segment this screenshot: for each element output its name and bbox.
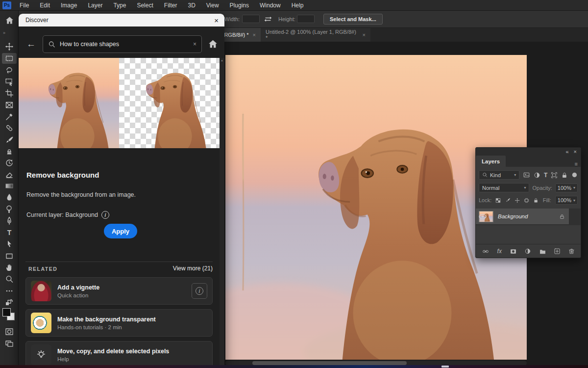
add-layer-mask-icon[interactable] — [510, 248, 517, 255]
gradient-tool[interactable] — [2, 181, 17, 191]
healing-brush-tool[interactable] — [2, 123, 17, 133]
screen-mode-button[interactable] — [2, 338, 17, 349]
frame-tool[interactable] — [2, 100, 17, 110]
menu-plugins[interactable]: Plugins — [224, 0, 254, 11]
layer-effects-icon[interactable]: fx — [497, 248, 502, 255]
pen-tool[interactable] — [2, 215, 17, 226]
opacity-value[interactable]: 100% ▾ — [555, 184, 578, 192]
eraser-tool[interactable] — [2, 169, 17, 180]
collapse-panel-icon[interactable]: « — [565, 149, 568, 155]
layers-tab[interactable]: Layers — [476, 156, 506, 167]
discover-search-box[interactable]: × — [43, 35, 202, 53]
menu-type[interactable]: Type — [108, 0, 131, 11]
history-brush-tool[interactable] — [2, 158, 17, 168]
foreground-background-color-swatches[interactable] — [2, 308, 16, 322]
fill-value[interactable]: 100% ▾ — [555, 196, 578, 205]
layer-visibility-eye-icon[interactable] — [479, 214, 487, 219]
layer-row-background[interactable]: Background — [476, 209, 569, 224]
related-card-move-copy-delete[interactable]: Move, copy, and delete selected pixels H… — [25, 341, 213, 368]
lock-image-pixels-icon[interactable] — [505, 197, 511, 204]
link-layers-icon[interactable] — [482, 248, 490, 255]
select-and-mask-button[interactable]: Select and Mask... — [323, 14, 383, 25]
related-card-vignette[interactable]: Add a vignette Quick action i — [25, 277, 213, 305]
back-arrow-icon[interactable]: ← — [26, 39, 36, 50]
home-screen-button[interactable] — [3, 15, 15, 26]
type-tool[interactable]: T — [2, 227, 17, 238]
horizontal-scrollbar-thumb[interactable] — [252, 361, 407, 365]
default-swap-colors-icon[interactable] — [2, 297, 17, 308]
menu-help[interactable]: Help — [286, 0, 309, 11]
move-tool[interactable] — [2, 41, 17, 52]
menu-bar: Ps File Edit Image Layer Type Select Fil… — [0, 0, 588, 11]
lasso-tool[interactable] — [2, 65, 17, 76]
blur-tool[interactable] — [2, 192, 17, 203]
panel-menu-icon[interactable]: ≡ — [575, 161, 578, 167]
lightbulb-icon — [36, 349, 47, 360]
delete-layer-icon[interactable] — [568, 248, 575, 255]
menu-view[interactable]: View — [201, 0, 224, 11]
filter-pixel-layers-icon[interactable] — [523, 172, 530, 179]
filter-smart-objects-icon[interactable] — [561, 172, 568, 179]
zoom-tool[interactable] — [2, 274, 17, 285]
close-tab-icon[interactable]: × — [363, 32, 366, 38]
lock-transparent-pixels-icon[interactable] — [495, 197, 501, 204]
lock-artboard-icon[interactable] — [524, 197, 529, 204]
eyedropper-tool[interactable] — [2, 111, 17, 122]
crop-tool[interactable] — [2, 88, 17, 99]
card-info-button[interactable]: i — [192, 283, 207, 299]
width-label: Width: — [224, 16, 240, 22]
menu-filter[interactable]: Filter — [159, 0, 183, 11]
menu-select[interactable]: Select — [131, 0, 158, 11]
info-icon[interactable]: i — [101, 211, 109, 219]
clear-search-icon[interactable]: × — [193, 41, 196, 48]
lock-position-icon[interactable] — [514, 197, 520, 204]
new-layer-icon[interactable] — [554, 248, 561, 255]
discover-search-input[interactable] — [60, 41, 193, 48]
filter-shape-layers-icon[interactable] — [551, 172, 558, 179]
blend-mode-dropdown[interactable]: Normal ▾ — [479, 183, 529, 192]
new-group-icon[interactable] — [539, 248, 546, 255]
rectangle-shape-tool[interactable] — [2, 251, 17, 262]
menu-image[interactable]: Image — [55, 0, 82, 11]
card-subtitle: Quick action — [57, 292, 99, 298]
menu-edit[interactable]: Edit — [34, 0, 55, 11]
view-more-link[interactable]: View more (21) — [173, 265, 213, 272]
layers-panel: « × Layers ≡ Kind ▾ T Normal ▾ Opa — [475, 147, 581, 258]
discover-home-icon[interactable] — [208, 39, 218, 49]
layer-name[interactable]: Background — [498, 213, 528, 219]
document-tab-inactive[interactable]: Untitled-2 @ 100% (Layer 1, RGB/8#) * × — [261, 28, 370, 42]
path-selection-tool[interactable] — [2, 239, 17, 250]
rectangular-marquee-tool[interactable] — [2, 53, 17, 64]
quick-mask-mode-button[interactable] — [2, 326, 17, 337]
menu-layer[interactable]: Layer — [82, 0, 108, 11]
object-selection-tool[interactable] — [2, 77, 17, 87]
lock-all-icon[interactable] — [533, 197, 539, 204]
discover-scrollbar[interactable]: ▴ — [220, 58, 224, 368]
close-icon[interactable]: × — [214, 16, 219, 25]
brush-tool[interactable] — [2, 134, 17, 145]
new-adjustment-layer-icon[interactable] — [524, 248, 531, 255]
swap-dimensions-icon[interactable] — [264, 15, 272, 24]
menu-file[interactable]: File — [14, 0, 34, 11]
scroll-up-icon[interactable]: ▴ — [221, 58, 223, 368]
hand-tool[interactable] — [2, 262, 17, 273]
close-panel-icon[interactable]: × — [574, 149, 577, 155]
related-card-transparent-background[interactable]: Make the background transparent Hands-on… — [25, 309, 213, 337]
close-tab-icon[interactable]: × — [253, 32, 256, 38]
toolbar-collapse-chevrons[interactable]: » — [3, 30, 5, 35]
filter-adjustment-layers-icon[interactable] — [534, 172, 540, 179]
dodge-tool[interactable] — [2, 204, 17, 214]
clone-stamp-tool[interactable] — [2, 146, 17, 157]
layer-filter-toggle[interactable] — [571, 172, 578, 178]
discover-titlebar[interactable]: Discover × — [19, 14, 224, 26]
apply-button[interactable]: Apply — [104, 224, 137, 238]
width-input[interactable] — [242, 15, 260, 23]
kind-filter-dropdown[interactable]: Kind ▾ — [479, 170, 519, 180]
menu-window[interactable]: Window — [254, 0, 286, 11]
toolbar-ellipsis[interactable] — [2, 286, 17, 296]
filter-type-layers-icon[interactable]: T — [544, 172, 547, 179]
height-input[interactable] — [297, 15, 315, 23]
menu-3d[interactable]: 3D — [182, 0, 200, 11]
foreground-color-swatch[interactable] — [2, 308, 11, 316]
layer-lock-icon[interactable] — [559, 213, 565, 220]
